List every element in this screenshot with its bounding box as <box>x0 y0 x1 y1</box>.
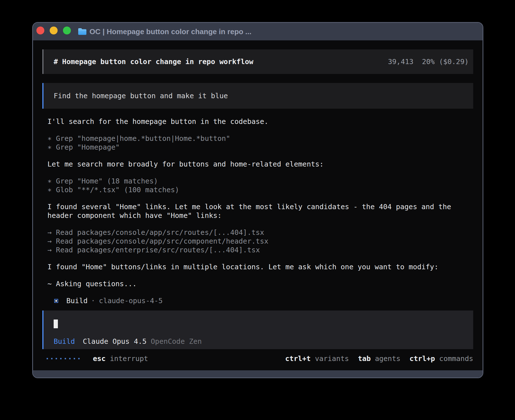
tab-key: tab <box>358 354 371 363</box>
status-left: esc interrupt <box>47 354 148 363</box>
editor-footer: Build Claude Opus 4.5 OpenCode Zen <box>54 337 202 346</box>
assistant-paragraph: Let me search more broadly for buttons a… <box>47 160 451 169</box>
model-name: claude-opus-4-5 <box>99 296 163 305</box>
tool-call-line: ∗ Grep "homepage|home.*button|Home.*butt… <box>47 134 230 143</box>
agent-status-icon <box>54 299 58 303</box>
assistant-line: I found "Home" buttons/links in multiple… <box>47 263 438 271</box>
tool-call-line: → Read packages/console/app/src/componen… <box>47 237 269 245</box>
assistant-line: ~ Asking questions... <box>47 280 137 288</box>
window-title: OC | Homepage button color change in rep… <box>90 23 252 40</box>
session-title: # Homepage button color change in repo w… <box>54 57 253 66</box>
minimize-button[interactable] <box>50 27 58 34</box>
spinner-dot <box>47 358 48 359</box>
spinner-dot <box>51 358 53 359</box>
tool-call-line: ∗ Glob "**/*.tsx" (100 matches) <box>47 186 179 194</box>
agent-name: Build <box>66 296 88 305</box>
prompt-input[interactable]: Build Claude Opus 4.5 OpenCode Zen <box>42 310 473 349</box>
assistant-line: I found several "Home" links. Let me loo… <box>47 203 451 211</box>
spinner-dot <box>56 358 57 359</box>
spinner-dot <box>78 358 80 359</box>
ctrl-p-key: ctrl+p <box>409 354 435 363</box>
assistant-line: header component which have "Home" links… <box>47 211 222 220</box>
mode-label: Build <box>54 337 75 346</box>
tool-call-group: ∗ Grep "homepage|home.*button|Home.*butt… <box>47 134 451 152</box>
spinner-dot <box>60 358 62 359</box>
assistant-line: Let me search more broadly for buttons a… <box>47 160 324 168</box>
hint-commands: ctrl+p commands <box>409 354 473 363</box>
status-right: ctrl+t variants tab agents ctrl+p comman… <box>285 354 473 363</box>
provider-label: OpenCode Zen <box>151 337 202 346</box>
assistant-paragraph: ~ Asking questions... <box>47 279 451 288</box>
assistant-response: I'll search for the homepage button in t… <box>47 117 451 305</box>
session-stats: 39,413 20% ($0.29) <box>388 57 469 66</box>
assistant-line: I'll search for the homepage button in t… <box>47 117 269 126</box>
spinner-dot <box>69 358 71 359</box>
folder-icon <box>78 27 87 36</box>
interrupt-label: interrupt <box>110 354 148 363</box>
user-message: Find the homepage button and make it blu… <box>42 83 473 109</box>
assistant-paragraph: I found several "Home" links. Let me loo… <box>47 202 451 220</box>
agent-task-row: Build · claude-opus-4-5 <box>47 296 451 305</box>
bottom-chrome-band <box>33 370 483 377</box>
close-button[interactable] <box>36 27 44 34</box>
hint-variants: ctrl+t variants <box>285 354 349 363</box>
assistant-paragraph: I'll search for the homepage button in t… <box>47 117 451 126</box>
status-bar: esc interrupt ctrl+t variants tab agents… <box>47 354 473 363</box>
spinner-dot <box>65 358 66 359</box>
assistant-paragraph: I found "Home" buttons/links in multiple… <box>47 262 451 271</box>
model-label: Claude Opus 4.5 <box>83 337 147 346</box>
tool-call-line: ∗ Grep "Homepage" <box>47 143 120 151</box>
input-cursor <box>54 320 58 328</box>
terminal-window: OC | Homepage button color change in rep… <box>32 22 483 378</box>
spinner-dot <box>74 358 75 359</box>
titlebar[interactable]: OC | Homepage button color change in rep… <box>33 23 483 40</box>
tool-call-line: → Read packages/enterprise/src/routes/[.… <box>47 246 260 254</box>
tool-call-group: → Read packages/console/app/src/routes/[… <box>47 228 451 254</box>
hint-agents: tab agents <box>358 354 400 363</box>
tool-call-line: ∗ Grep "Home" (18 matches) <box>47 177 158 185</box>
tool-call-line: → Read packages/console/app/src/routes/[… <box>47 228 264 237</box>
user-message-text: Find the homepage button and make it blu… <box>54 91 228 100</box>
dot-separator: · <box>91 296 95 305</box>
spinner-dots <box>47 358 83 359</box>
ctrl-t-key: ctrl+t <box>285 354 311 363</box>
esc-key-hint: esc <box>93 354 106 363</box>
tool-call-group: ∗ Grep "Home" (18 matches)∗ Glob "**/*.t… <box>47 177 451 194</box>
maximize-button[interactable] <box>63 27 71 34</box>
session-header: # Homepage button color change in repo w… <box>42 49 473 74</box>
